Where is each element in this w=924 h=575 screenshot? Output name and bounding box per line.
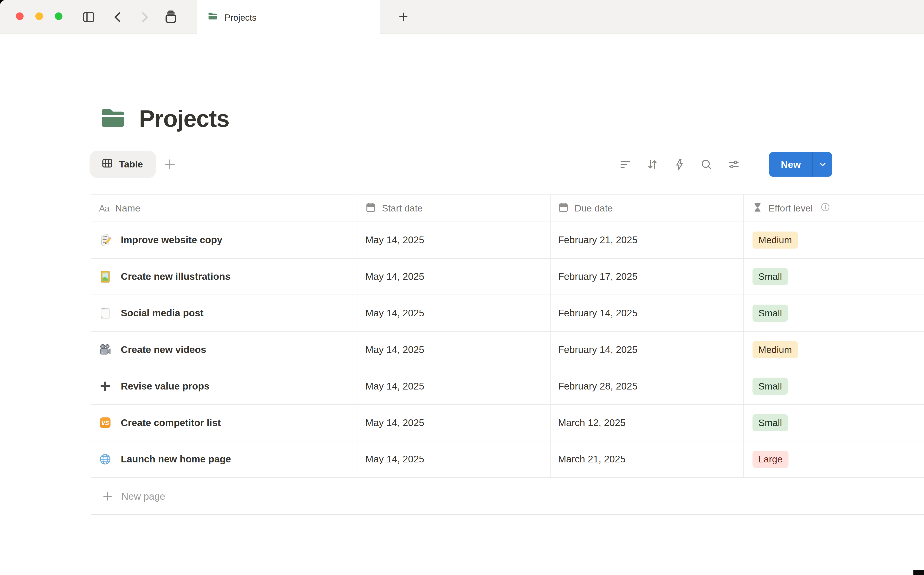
info-icon[interactable] xyxy=(821,202,830,214)
start-date-cell[interactable]: May 14, 2025 xyxy=(358,381,551,392)
effort-tag: Medium xyxy=(753,341,798,358)
effort-cell[interactable]: Small xyxy=(743,305,924,322)
tab-title: Projects xyxy=(224,12,257,22)
column-header-effort-level[interactable]: Effort level xyxy=(743,202,924,215)
sort-icon[interactable] xyxy=(646,159,658,170)
effort-tag: Small xyxy=(753,414,788,431)
effort-cell[interactable]: Small xyxy=(743,414,924,431)
svg-text:VS: VS xyxy=(101,420,109,426)
page-folder-icon[interactable] xyxy=(99,104,127,134)
back-icon[interactable] xyxy=(112,11,122,22)
start-date-cell[interactable]: May 14, 2025 xyxy=(358,235,551,246)
new-button-dropdown[interactable] xyxy=(813,152,832,177)
tab-table-view[interactable]: Table xyxy=(89,151,156,178)
effort-tag: Small xyxy=(753,305,788,322)
effort-cell[interactable]: Medium xyxy=(743,341,924,358)
effort-tag: Small xyxy=(753,378,788,395)
due-date-cell[interactable]: February 14, 2025 xyxy=(550,344,743,355)
table-row[interactable]: Create new videos May 14, 2025 February … xyxy=(91,332,924,369)
page-header: Projects xyxy=(99,104,229,134)
name-cell[interactable]: Create new videos xyxy=(91,343,358,356)
tab-projects[interactable]: Projects xyxy=(197,0,380,34)
column-header-due-date[interactable]: Due date xyxy=(550,202,743,215)
start-date-cell[interactable]: May 14, 2025 xyxy=(358,308,551,319)
due-date-cell[interactable]: February 14, 2025 xyxy=(550,308,743,319)
view-controls-row: Table xyxy=(89,151,832,178)
table-body: Improve website copy May 14, 2025 Februa… xyxy=(91,222,924,478)
table-row[interactable]: Create new illustrations May 14, 2025 Fe… xyxy=(91,259,924,295)
start-date-cell[interactable]: May 14, 2025 xyxy=(358,417,551,429)
due-date-cell[interactable]: February 17, 2025 xyxy=(550,271,743,283)
notion-window: Projects Projects Table xyxy=(0,0,924,575)
column-label: Start date xyxy=(382,203,423,214)
new-tab-button[interactable] xyxy=(394,7,413,26)
new-page-row[interactable]: New page xyxy=(91,478,924,515)
sidebar-toggle-icon[interactable] xyxy=(82,10,95,24)
page-title[interactable]: Projects xyxy=(139,105,229,132)
column-header-name[interactable]: Aa Name xyxy=(91,203,358,214)
hourglass-icon xyxy=(753,202,762,215)
due-date-cell[interactable]: March 12, 2025 xyxy=(550,417,743,429)
search-icon[interactable] xyxy=(701,159,713,170)
effort-cell[interactable]: Medium xyxy=(743,232,924,249)
name-cell[interactable]: VS Create competitor list xyxy=(91,416,358,429)
effort-tag: Medium xyxy=(753,232,798,249)
view-options-sliders-icon[interactable] xyxy=(728,159,740,170)
effort-cell[interactable]: Small xyxy=(743,378,924,395)
name-cell[interactable]: Improve website copy xyxy=(91,234,358,246)
framed-picture-emoji xyxy=(99,270,111,283)
column-divider[interactable] xyxy=(550,194,551,478)
filter-icon[interactable] xyxy=(619,159,631,170)
zoom-button[interactable] xyxy=(55,12,63,20)
minimize-button[interactable] xyxy=(35,12,43,20)
table-row[interactable]: VS Create competitor list May 14, 2025 M… xyxy=(91,405,924,441)
page-name: Improve website copy xyxy=(121,235,222,246)
column-label: Due date xyxy=(575,203,613,214)
traffic-lights xyxy=(16,12,62,20)
plus-icon xyxy=(103,491,113,501)
close-button[interactable] xyxy=(16,12,24,20)
column-divider[interactable] xyxy=(743,194,743,478)
tab-stack-icon[interactable] xyxy=(164,10,178,24)
add-view-button[interactable] xyxy=(160,154,179,175)
new-button[interactable]: New xyxy=(769,152,812,177)
tab-folder-icon xyxy=(207,11,218,24)
start-date-cell[interactable]: May 14, 2025 xyxy=(358,271,551,283)
table-row[interactable]: Revise value props May 14, 2025 February… xyxy=(91,369,924,405)
automations-lightning-icon[interactable] xyxy=(673,159,685,170)
name-cell[interactable]: Revise value props xyxy=(91,380,358,392)
titlebar: Projects xyxy=(0,0,924,34)
due-date-cell[interactable]: February 28, 2025 xyxy=(550,381,743,392)
column-label: Effort level xyxy=(768,203,813,214)
spiral-notepad-emoji xyxy=(99,307,111,319)
text-property-icon: Aa xyxy=(99,203,109,213)
new-page-label: New page xyxy=(121,491,165,502)
effort-tag: Large xyxy=(753,451,788,468)
name-cell[interactable]: Launch new home page xyxy=(91,453,358,465)
forward-icon[interactable] xyxy=(140,11,150,22)
page-name: Social media post xyxy=(121,308,203,319)
new-split-button: New xyxy=(769,152,832,177)
screen-corner-artifact xyxy=(913,570,924,575)
due-date-cell[interactable]: February 21, 2025 xyxy=(550,235,743,246)
due-date-cell[interactable]: March 21, 2025 xyxy=(550,454,743,465)
column-header-start-date[interactable]: Start date xyxy=(358,202,551,215)
page-name: Create new illustrations xyxy=(121,271,230,283)
projects-table: Aa Name Start date Due date xyxy=(91,194,924,515)
start-date-cell[interactable]: May 14, 2025 xyxy=(358,454,551,465)
effort-tag: Small xyxy=(753,268,788,285)
heavy-plus-emoji xyxy=(99,380,111,392)
column-divider[interactable] xyxy=(358,194,358,478)
effort-cell[interactable]: Small xyxy=(743,268,924,285)
start-date-cell[interactable]: May 14, 2025 xyxy=(358,344,551,355)
table-row[interactable]: Social media post May 14, 2025 February … xyxy=(91,295,924,332)
vs-button-emoji: VS xyxy=(99,416,111,429)
name-cell[interactable]: Social media post xyxy=(91,307,358,319)
page-name: Create new videos xyxy=(121,344,206,355)
name-cell[interactable]: Create new illustrations xyxy=(91,270,358,283)
table-grid-icon xyxy=(101,157,113,172)
effort-cell[interactable]: Large xyxy=(743,451,924,468)
table-row[interactable]: Launch new home page May 14, 2025 March … xyxy=(91,441,924,478)
movie-camera-emoji xyxy=(99,343,111,356)
table-row[interactable]: Improve website copy May 14, 2025 Februa… xyxy=(91,222,924,259)
